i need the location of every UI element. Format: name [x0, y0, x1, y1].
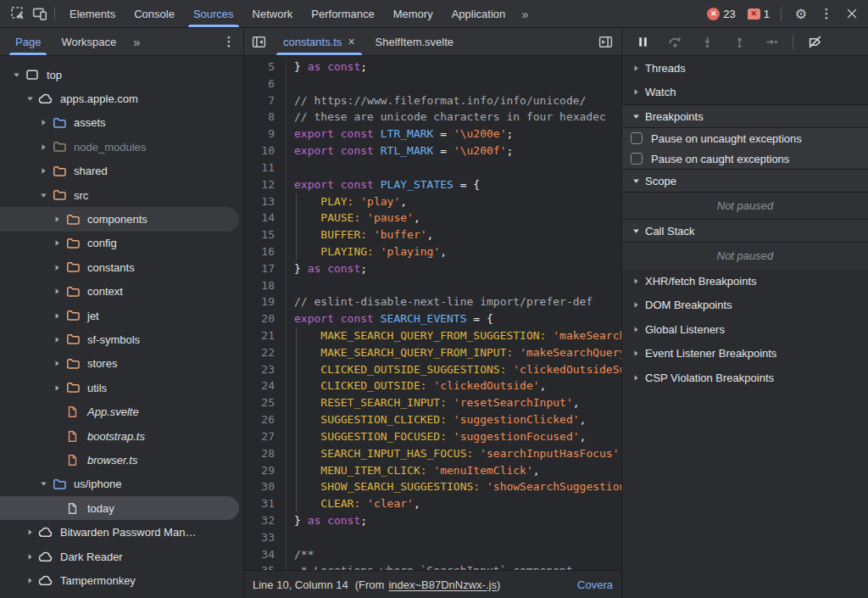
code-line-text[interactable]: } as const; — [287, 512, 621, 529]
line-number-gutter[interactable]: 22 — [244, 344, 287, 361]
expand-twisty-icon[interactable] — [51, 311, 64, 321]
code-line-16[interactable]: 16 PLAYING: 'playing', — [244, 243, 621, 260]
step-out-icon[interactable] — [732, 34, 747, 49]
line-number-gutter[interactable]: 34 — [244, 546, 287, 563]
tree-item-src[interactable]: src — [0, 183, 239, 207]
code-line-17[interactable]: 17} as const; — [244, 260, 621, 277]
toggle-device-toolbar-icon[interactable] — [29, 3, 51, 25]
inspect-icon[interactable] — [7, 3, 29, 25]
tab-elements[interactable]: Elements — [60, 0, 125, 27]
code-line-31[interactable]: 31 CLEAR: 'clear', — [244, 495, 621, 512]
code-line-text[interactable] — [287, 277, 621, 294]
code-line-text[interactable]: export const SEARCH_EVENTS = { — [287, 310, 621, 327]
code-line-22[interactable]: 22 MAKE_SEARCH_QUERY_FROM_INPUT: 'makeSe… — [244, 344, 621, 361]
code-line-text[interactable]: RESET_SEARCH_INPUT: 'resetSearchInput', — [287, 394, 621, 411]
tree-item-browser-ts[interactable]: browser.ts — [0, 448, 239, 472]
kebab-menu-icon[interactable]: ⋮ — [815, 3, 837, 25]
tree-item-components[interactable]: components — [0, 207, 239, 231]
code-line-29[interactable]: 29 MENU_ITEM_CLICK: 'menuItemClick', — [244, 462, 621, 479]
tree-item-stores[interactable]: stores — [0, 352, 239, 376]
tree-item-context[interactable]: context — [0, 280, 239, 304]
line-number-gutter[interactable]: 18 — [244, 277, 287, 294]
tab-constants-ts[interactable]: constants.ts × — [273, 28, 365, 55]
close-icon[interactable] — [841, 3, 863, 25]
expand-twisty-icon[interactable] — [629, 64, 643, 73]
section-watch[interactable]: Watch — [622, 81, 868, 105]
tree-item-app-svelte[interactable]: App.svelte — [0, 400, 239, 423]
code-line-5[interactable]: 5} as const; — [244, 59, 621, 75]
tree-item-us-iphone[interactable]: us/iphone — [0, 472, 239, 496]
more-navigator-tabs-chevron-icon[interactable]: » — [126, 35, 147, 49]
line-number-gutter[interactable]: 12 — [244, 176, 287, 193]
tree-item-assets[interactable]: assets — [0, 111, 239, 135]
code-line-11[interactable]: 11 — [244, 159, 621, 176]
tree-item-utils[interactable]: utils — [0, 376, 239, 400]
expand-twisty-icon[interactable] — [51, 383, 64, 393]
tab-sources[interactable]: Sources — [184, 0, 243, 27]
expand-twisty-icon[interactable] — [51, 215, 64, 224]
more-panels-chevron-icon[interactable]: » — [515, 7, 535, 21]
code-line-text[interactable]: CLICKED_OUTSIDE_SUGGESTIONS: 'clickedOut… — [287, 361, 621, 378]
code-line-10[interactable]: 10export const RTL_MARK = '\u200f'; — [244, 143, 621, 159]
line-number-gutter[interactable]: 35 — [244, 562, 287, 570]
code-line-32[interactable]: 32} as const; — [244, 512, 621, 529]
expand-twisty-icon[interactable] — [629, 277, 643, 286]
collapse-twisty-icon[interactable] — [629, 112, 643, 121]
code-line-33[interactable]: 33 — [244, 529, 621, 546]
code-line-25[interactable]: 25 RESET_SEARCH_INPUT: 'resetSearchInput… — [244, 394, 621, 411]
code-line-text[interactable]: * Locations where `SearchInput` componen… — [287, 562, 621, 570]
line-number-gutter[interactable]: 8 — [244, 109, 287, 126]
code-line-text[interactable]: export const LTR_MARK = '\u200e'; — [287, 126, 621, 143]
tree-item-bootstrap-ts[interactable]: bootstrap.ts — [0, 424, 239, 448]
expand-twisty-icon[interactable] — [629, 300, 643, 310]
code-editor[interactable]: 5} as const;67// https://www.fileformat.… — [244, 56, 621, 570]
line-number-gutter[interactable]: 30 — [244, 478, 287, 495]
tree-item-sf-symbols[interactable]: sf-symbols — [0, 327, 239, 351]
code-line-text[interactable]: SUGGESTION_FOCUSED: 'suggestionFocused', — [287, 428, 621, 445]
collapse-twisty-icon[interactable] — [629, 226, 643, 236]
line-number-gutter[interactable]: 17 — [244, 260, 287, 277]
line-number-gutter[interactable]: 11 — [244, 159, 287, 176]
checkbox[interactable] — [631, 153, 643, 165]
code-line-text[interactable]: SUGGESTION_CLICKED: 'suggestionClicked', — [287, 411, 621, 428]
tree-item-apps-apple-com[interactable]: apps.apple.com — [0, 87, 239, 110]
line-number-gutter[interactable]: 26 — [244, 411, 287, 428]
tab-application[interactable]: Application — [442, 0, 515, 27]
collapse-twisty-icon[interactable] — [10, 70, 23, 80]
expand-twisty-icon[interactable] — [629, 87, 643, 97]
collapse-twisty-icon[interactable] — [37, 479, 50, 489]
tree-item-jet[interactable]: jet — [0, 304, 239, 327]
line-number-gutter[interactable]: 5 — [244, 59, 287, 75]
collapse-twisty-icon[interactable] — [24, 94, 36, 103]
line-number-gutter[interactable]: 19 — [244, 293, 287, 310]
tree-item-config[interactable]: config — [0, 232, 239, 255]
tree-item-bitwarden-password-man[interactable]: Bitwarden Password Man… — [0, 520, 239, 544]
navigator-tab-page[interactable]: Page — [5, 28, 51, 55]
code-line-text[interactable]: SHOW_SEARCH_SUGGESTIONS: 'showSearchSugg… — [287, 478, 621, 495]
section-event-listener-breakpoints[interactable]: Event Listener Breakpoints — [622, 342, 868, 366]
expand-twisty-icon[interactable] — [51, 287, 64, 296]
console-errors-badge[interactable]: ✕ 23 — [703, 8, 739, 20]
code-line-28[interactable]: 28 SEARCH_INPUT_HAS_FOCUS: 'searchInputH… — [244, 445, 621, 462]
code-line-text[interactable]: /** — [287, 546, 621, 563]
tab-shelfitem-svelte[interactable]: ShelfItem.svelte — [365, 28, 465, 55]
tab-performance[interactable]: Performance — [302, 0, 383, 27]
tree-item-tampermonkey[interactable]: Tampermonkey — [0, 568, 239, 592]
step-over-icon[interactable] — [667, 34, 682, 49]
line-number-gutter[interactable]: 10 — [244, 143, 287, 159]
code-line-text[interactable]: CLEAR: 'clear', — [287, 495, 621, 512]
line-number-gutter[interactable]: 29 — [244, 462, 287, 479]
code-line-7[interactable]: 7// https://www.fileformat.info/info/uni… — [244, 92, 621, 109]
code-line-text[interactable]: export const PLAY_STATES = { — [287, 176, 621, 193]
code-line-13[interactable]: 13 PLAY: 'play', — [244, 193, 621, 210]
expand-twisty-icon[interactable] — [51, 359, 64, 368]
expand-twisty-icon[interactable] — [51, 335, 64, 344]
code-line-text[interactable]: BUFFER: 'buffer', — [287, 226, 621, 243]
code-line-8[interactable]: 8// these are unicode characters in four… — [244, 109, 621, 126]
code-line-text[interactable]: MENU_ITEM_CLICK: 'menuItemClick', — [287, 462, 621, 479]
issues-badge[interactable]: ✕ 1 — [743, 8, 774, 20]
tree-item-today[interactable]: today — [0, 496, 239, 520]
code-line-text[interactable] — [287, 159, 621, 176]
code-line-27[interactable]: 27 SUGGESTION_FOCUSED: 'suggestionFocuse… — [244, 428, 621, 445]
expand-twisty-icon[interactable] — [24, 528, 36, 537]
